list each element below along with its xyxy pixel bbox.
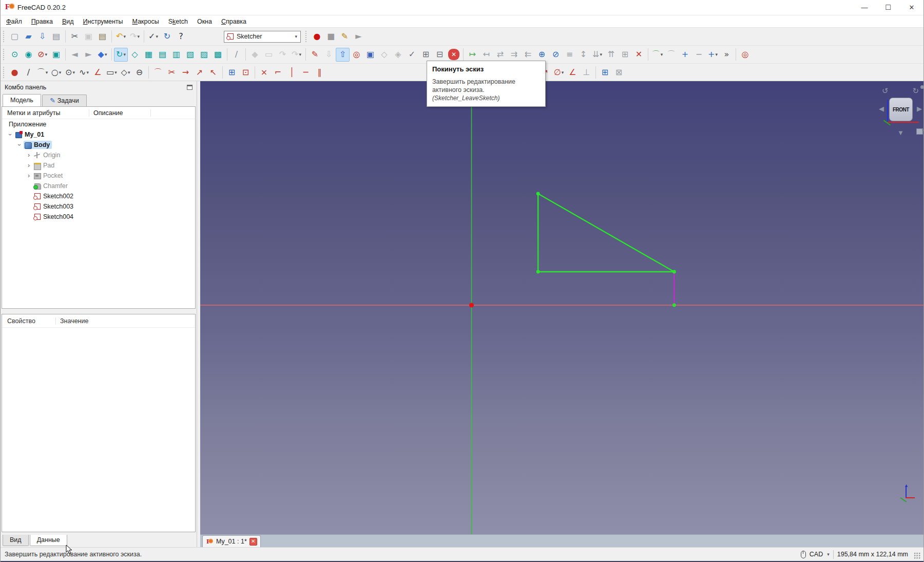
create-line-button[interactable]: / [22,65,35,79]
validate-sketch-button[interactable]: ✓ [405,48,419,62]
go-to-linked-object-button[interactable]: ◆▾ [95,48,109,62]
mirror-sketch-button[interactable]: ⊟ [433,48,447,62]
measure-distance-button[interactable]: / [229,48,243,62]
tree-row-sketch002[interactable]: Sketch002 [2,191,195,201]
chevron-down-icon[interactable]: › [7,130,14,139]
whats-this-button[interactable]: ? [174,30,188,44]
tab-view[interactable]: Вид [3,535,29,546]
symmetry-button[interactable]: ↕ [576,48,590,62]
print-button[interactable]: ▤ [49,30,63,44]
menu-item-sketch[interactable]: Sketch [164,16,192,27]
create-bspline-button[interactable]: ∿▾ [77,65,91,79]
nav-down-arrow-icon[interactable]: ▼ [897,129,904,137]
create-fillet-button[interactable]: ⌒ [151,65,165,79]
map-sketch-to-face-button[interactable]: ◇ [377,48,391,62]
cut-button[interactable]: ✂ [68,30,82,44]
redo-button[interactable]: ↷▾ [128,30,142,44]
split-edge-button[interactable]: ↗ [192,65,206,79]
go-to-link-button[interactable]: ↷ [276,48,290,62]
refresh-document-button[interactable]: ↻ [160,30,174,44]
navigation-cube[interactable]: ↺ ↻ ◀ ▶ ▼ FRONT ▾ [878,85,923,139]
undo-caret-icon[interactable]: ▾ [123,34,126,39]
save-document-button[interactable]: ⇩ [35,30,49,44]
bspline-show-degree-button[interactable]: ⌒▾ [650,48,664,62]
make-link-button[interactable]: ◆ [248,48,262,62]
go-to-linked-object-caret-icon[interactable]: ▾ [105,52,107,57]
nav-left-arrow-icon[interactable]: ◀ [879,105,884,113]
tree-column-description[interactable]: Описание [89,109,151,117]
float-panel-button[interactable] [187,85,192,90]
create-point-button[interactable]: ● [8,65,22,79]
tree-row-document-my01[interactable]: ›My_01 [2,129,195,140]
property-column-value[interactable]: Значение [56,317,88,325]
chevron-down-icon[interactable]: › [16,141,23,149]
go-to-deepest-link-caret-icon[interactable]: ▾ [299,52,301,57]
tree-row-sketch003[interactable]: Sketch003 [2,201,195,212]
nav-corner-dot-icon[interactable] [920,85,923,89]
constrain-angle-button[interactable]: ∠ [566,65,580,79]
origin-point[interactable] [469,303,474,307]
view-bottom-button[interactable]: ▨ [197,48,211,62]
tree-row-origin[interactable]: ›Origin [2,150,195,160]
create-conic-button[interactable]: ⊙▾ [63,65,77,79]
tree-column-labels[interactable]: Метки и атрибуты [2,109,89,117]
nav-style-selector[interactable]: CAD [810,551,823,558]
tree-row-pad[interactable]: ›Pad [2,160,195,171]
view-draw-style-button[interactable]: ▣ [49,48,63,62]
new-document-button[interactable]: ▢ [8,30,22,44]
remove-axes-alignment-button[interactable]: ✕ [632,48,646,62]
tree-row-chamfer[interactable]: Chamfer [2,181,195,191]
bspline-decrease-degree-button[interactable]: − [692,48,706,62]
nav-forward-button[interactable]: ► [82,48,95,62]
external-geometry-button[interactable]: ↖ [206,65,220,79]
create-polyline-button[interactable]: ∠ [91,65,105,79]
redo-caret-icon[interactable]: ▾ [137,34,140,39]
bspline-control-polygon-button[interactable]: ⌒ [664,48,678,62]
make-link-group-button[interactable]: ▭ [262,48,276,62]
tab-model[interactable]: Модель [3,94,41,106]
nav-right-arrow-icon[interactable]: ▶ [917,105,922,113]
constrain-snell-button[interactable]: ⊥ [580,65,593,79]
sketch-triangle[interactable] [538,194,674,272]
switch-virtual-space-button[interactable]: ◎ [738,48,752,62]
rotate-cw-icon[interactable]: ↻ [912,86,919,96]
create-polygon-caret-icon[interactable]: ▾ [128,70,130,75]
navcube-front-face[interactable]: FRONT [889,98,913,121]
toggle-driving-constraint-button[interactable]: ⊞ [598,65,612,79]
toolbar-grip[interactable] [3,49,6,60]
clone-button[interactable]: ⇊▾ [590,48,604,62]
chevron-right-icon[interactable]: › [25,172,33,179]
tab-tasks[interactable]: ✎ Задачи [42,95,87,106]
bspline-insert-knot-caret-icon[interactable]: ▾ [715,52,718,57]
clone-caret-icon[interactable]: ▾ [600,52,602,57]
menu-item-help[interactable]: Справка [217,16,251,27]
create-arc-caret-icon[interactable]: ▾ [46,70,48,75]
create-bspline-caret-icon[interactable]: ▾ [86,70,89,75]
chevron-right-icon[interactable]: › [25,152,33,159]
view-right-button[interactable]: ▥ [169,48,183,62]
3d-viewport[interactable]: ↺ ↻ ◀ ▶ ▼ FRONT ▾ ▲ [200,81,923,534]
rotate-ccw-icon[interactable]: ↺ [882,86,889,96]
sketch-vertex-2[interactable] [672,270,676,274]
constrain-point-on-object-button[interactable]: ⌐ [271,65,285,79]
sketch-vertex-1[interactable] [536,270,540,274]
extend-edge-button[interactable]: → [179,65,192,79]
maximize-button[interactable]: ☐ [876,0,900,15]
constrain-coincident-button[interactable]: × [257,65,271,79]
constrain-vertical-button[interactable]: │ [285,65,299,79]
navcube-menu-caret[interactable]: ▾ [922,128,923,134]
merge-sketches-button[interactable]: ⊞ [419,48,433,62]
sketch-vertex-3[interactable] [672,304,676,307]
view-fit-all-button[interactable]: ⊙ [8,48,22,62]
view-top-button[interactable]: ▤ [156,48,169,62]
paste-button[interactable]: ▤ [95,30,109,44]
stop-operation-button[interactable]: ✕ [448,49,459,60]
bspline-insert-knot-button[interactable]: +▾ [706,48,720,62]
reorient-sketch-button[interactable]: ◈ [391,48,405,62]
sketch-canvas[interactable] [200,81,923,534]
copy-button[interactable]: ▣ [82,30,95,44]
close-button[interactable]: ✕ [900,0,923,15]
document-tab[interactable]: F My_01 : 1* ✕ [202,535,261,547]
create-sketch-cmd-button[interactable]: ✎ [308,48,322,62]
select-constraints-button[interactable]: ⇉ [507,48,521,62]
